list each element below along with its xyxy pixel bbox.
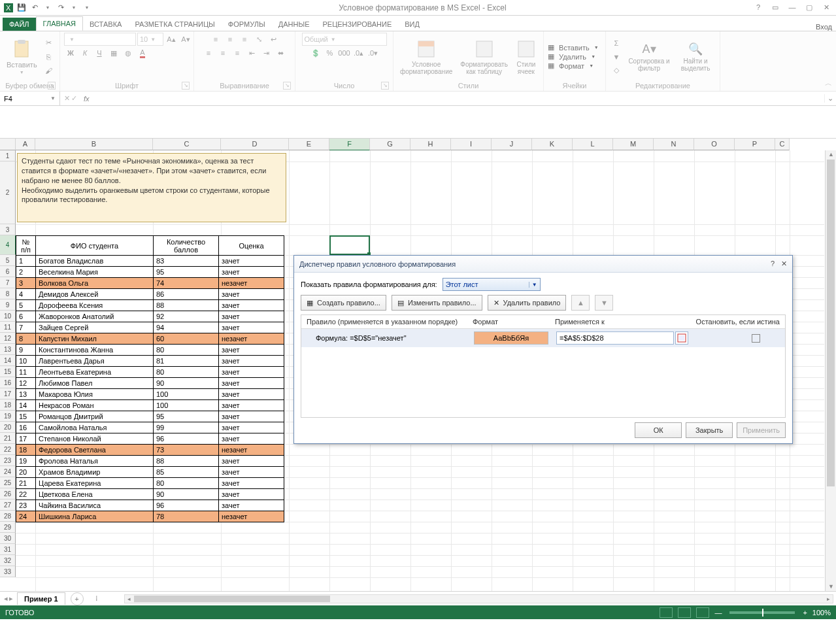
align-bot-icon[interactable]: ≡ (238, 33, 251, 46)
table-row[interactable]: 9Константинова Жанна80зачет (16, 345, 284, 356)
table-row[interactable]: 19Фролова Наталья88зачет (16, 456, 284, 467)
number-dlg-icon[interactable]: ↘ (381, 82, 389, 90)
redo-icon[interactable]: ↷ (55, 2, 67, 14)
hscroll-right-icon[interactable]: ▸ (824, 596, 833, 602)
row-header[interactable]: 18 (0, 399, 16, 411)
font-size-combo[interactable]: 10▼ (137, 33, 163, 46)
fill-icon[interactable]: ▼ (610, 50, 623, 63)
bold-button[interactable]: Ж (64, 46, 77, 59)
table-row[interactable]: 2Веселкина Мария95зачет (16, 267, 284, 278)
table-row[interactable]: 18Федорова Светлана73незачет (16, 445, 284, 456)
table-row[interactable]: 24Шишкина Лариса78незачет (16, 511, 284, 522)
row-header[interactable]: 14 (0, 355, 16, 366)
italic-button[interactable]: К (78, 46, 92, 59)
view-break-icon[interactable] (696, 607, 709, 618)
column-header[interactable]: A (16, 139, 35, 150)
close-icon[interactable]: ✕ (820, 3, 832, 12)
currency-icon[interactable]: 💲 (309, 46, 322, 59)
row-header[interactable]: 30 (0, 533, 16, 544)
ribbon-tab[interactable]: РАЗМЕТКА СТРАНИЦЫ (128, 18, 221, 31)
table-row[interactable]: 3Волкова Ольга74незачет (16, 278, 284, 289)
sort-filter-button[interactable]: A▾Сортировка и фильтр (626, 41, 673, 73)
vertical-scrollbar[interactable]: ▲ ▼ (825, 150, 836, 591)
row-header[interactable]: 23 (0, 455, 16, 466)
row-header[interactable]: 13 (0, 344, 16, 355)
stop-if-true-checkbox[interactable] (752, 334, 760, 343)
row-header[interactable]: 27 (0, 500, 16, 511)
delete-rule-button[interactable]: ✕Удалить правило (488, 295, 567, 311)
column-header[interactable]: I (451, 139, 492, 150)
row-header[interactable]: 24 (0, 466, 16, 477)
table-row[interactable]: 6Жаворонков Анатолий92зачет (16, 311, 284, 322)
row-header[interactable]: 6 (0, 266, 16, 277)
row-header[interactable]: 3 (0, 224, 16, 235)
zoom-slider[interactable] (729, 611, 795, 614)
fill-color-icon[interactable]: ◍ (122, 46, 135, 59)
align-mid-icon[interactable]: ≡ (224, 33, 237, 46)
range-picker-icon[interactable] (675, 331, 688, 345)
align-dlg-icon[interactable]: ↘ (283, 82, 291, 90)
clipboard-dlg-icon[interactable]: ↘ (48, 82, 56, 90)
row-header[interactable]: 9 (0, 299, 16, 311)
cond-format-button[interactable]: Условное форматирование (397, 37, 455, 76)
align-left-icon[interactable]: ≡ (202, 46, 215, 59)
row-header[interactable]: 12 (0, 333, 16, 344)
zoom-out-icon[interactable]: — (714, 609, 722, 617)
font-name-combo[interactable]: ▼ (64, 33, 136, 46)
accept-fx-icon[interactable]: ✓ (71, 94, 77, 103)
row-header[interactable]: 15 (0, 366, 16, 377)
row-header[interactable]: 22 (0, 444, 16, 455)
column-header[interactable]: C (775, 139, 790, 150)
number-format-combo[interactable]: Общий▼ (302, 33, 387, 46)
fx-icon[interactable]: fx (81, 95, 92, 103)
cells-delete-button[interactable]: ▦ Удалить ▼ (548, 52, 599, 61)
scroll-up-icon[interactable]: ▲ (828, 151, 835, 158)
row-header[interactable]: 8 (0, 288, 16, 299)
row-header[interactable]: 33 (0, 566, 16, 577)
select-all-corner[interactable] (0, 139, 16, 150)
table-row[interactable]: 15Романцов Дмитрий95зачет (16, 411, 284, 422)
table-row[interactable]: 20Храмов Владимир85зачет (16, 467, 284, 478)
table-row[interactable]: 13Макарова Юлия100зачет (16, 389, 284, 400)
ribbon-opts-icon[interactable]: ▭ (769, 3, 781, 12)
table-row[interactable]: 22Цветкова Елена90зачет (16, 489, 284, 500)
save-icon[interactable]: 💾 (16, 2, 27, 14)
column-header[interactable]: E (289, 139, 329, 150)
qat-more-icon[interactable]: ▼ (81, 2, 93, 14)
close-button[interactable]: Закрыть (686, 422, 733, 438)
column-header[interactable]: G (370, 139, 410, 150)
th-fio[interactable]: ФИО студента (36, 236, 154, 256)
zoom-in-icon[interactable]: + (803, 609, 807, 617)
percent-icon[interactable]: % (324, 46, 337, 59)
table-row[interactable]: 23Чайкина Василиса96зачет (16, 500, 284, 511)
ribbon-tab[interactable]: ВИД (398, 18, 426, 31)
format-painter-icon[interactable]: 🖌 (42, 64, 56, 77)
formula-input[interactable] (92, 92, 824, 105)
th-num[interactable]: № п/п (16, 236, 36, 256)
zoom-value[interactable]: 100% (812, 609, 831, 617)
comma-icon[interactable]: 000 (338, 46, 351, 59)
row-header[interactable]: 2 (0, 161, 16, 224)
row-header[interactable]: 28 (0, 511, 16, 522)
horizontal-scrollbar[interactable]: ◂ ▸ (124, 594, 833, 603)
indent-dec-icon[interactable]: ⇤ (245, 46, 258, 59)
row-header[interactable]: 16 (0, 377, 16, 388)
row-header[interactable]: 5 (0, 255, 16, 266)
wrap-icon[interactable]: ↩ (267, 33, 280, 46)
scope-dropdown[interactable]: Этот лист▼ (443, 278, 541, 291)
table-row[interactable]: 14Некрасов Роман100зачет (16, 400, 284, 411)
redo-dd-icon[interactable]: ▼ (68, 2, 80, 14)
table-row[interactable]: 7Зайцев Сергей94зачет (16, 322, 284, 333)
align-center-icon[interactable]: ≡ (216, 46, 229, 59)
column-header[interactable]: C (153, 139, 221, 150)
cells-format-button[interactable]: ▦ Формат ▼ (548, 61, 599, 70)
vscroll-thumb[interactable] (827, 160, 835, 486)
grow-font-icon[interactable]: A▴ (165, 33, 178, 46)
column-header[interactable]: P (735, 139, 775, 150)
orientation-icon[interactable]: ⤡ (252, 33, 265, 46)
column-header[interactable]: D (221, 139, 289, 150)
row-header[interactable]: 29 (0, 522, 16, 533)
shrink-font-icon[interactable]: A▾ (179, 33, 192, 46)
minimize-icon[interactable]: — (786, 3, 798, 12)
column-header[interactable]: H (410, 139, 451, 150)
